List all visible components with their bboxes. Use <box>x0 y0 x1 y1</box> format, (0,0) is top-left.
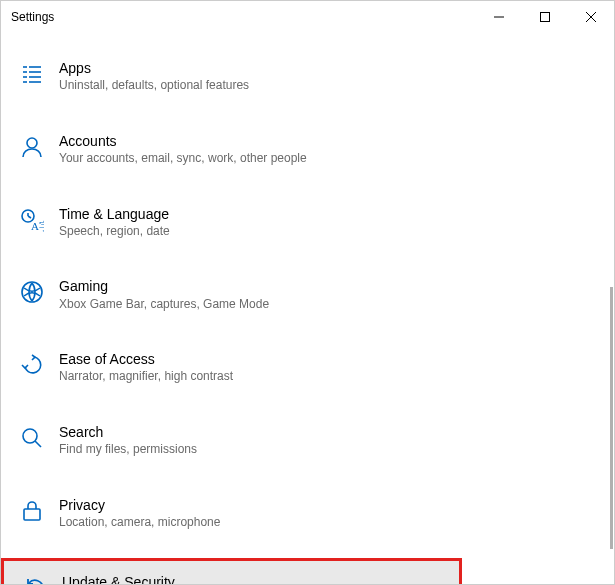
item-title: Search <box>59 423 197 441</box>
svg-line-19 <box>35 441 41 447</box>
svg-point-18 <box>23 429 37 443</box>
item-desc: Narrator, magnifier, high contrast <box>59 369 233 385</box>
item-desc: Location, camera, microphone <box>59 515 220 531</box>
settings-item-update-security[interactable]: Update & Security Windows Update, recove… <box>1 558 462 585</box>
item-title: Accounts <box>59 132 307 150</box>
svg-rect-20 <box>24 509 40 520</box>
settings-item-time-language[interactable]: A字 Time & Language Speech, region, date <box>1 195 614 250</box>
settings-item-ease-of-access[interactable]: Ease of Access Narrator, magnifier, high… <box>1 340 614 395</box>
settings-item-gaming[interactable]: Gaming Xbox Game Bar, captures, Game Mod… <box>1 267 614 322</box>
item-desc: Find my files, permissions <box>59 442 197 458</box>
item-title: Privacy <box>59 496 220 514</box>
settings-item-search[interactable]: Search Find my files, permissions <box>1 413 614 468</box>
svg-text:A字: A字 <box>31 220 44 232</box>
item-title: Update & Security <box>62 573 250 585</box>
window-title: Settings <box>11 10 476 24</box>
item-title: Time & Language <box>59 205 170 223</box>
accounts-icon <box>19 134 45 160</box>
time-language-icon: A字 <box>19 207 45 233</box>
svg-rect-1 <box>541 13 550 22</box>
item-title: Gaming <box>59 277 269 295</box>
close-button[interactable] <box>568 1 614 33</box>
settings-list: Apps Uninstall, defaults, optional featu… <box>1 33 614 585</box>
settings-item-accounts[interactable]: Accounts Your accounts, email, sync, wor… <box>1 122 614 177</box>
titlebar: Settings <box>1 1 614 33</box>
settings-item-privacy[interactable]: Privacy Location, camera, microphone <box>1 486 614 541</box>
privacy-icon <box>19 498 45 524</box>
gaming-icon <box>19 279 45 305</box>
ease-of-access-icon <box>19 352 45 378</box>
item-desc: Xbox Game Bar, captures, Game Mode <box>59 297 269 313</box>
item-title: Apps <box>59 59 249 77</box>
window-controls <box>476 1 614 33</box>
svg-point-12 <box>27 138 37 148</box>
apps-icon <box>19 61 45 87</box>
settings-item-apps[interactable]: Apps Uninstall, defaults, optional featu… <box>1 49 614 104</box>
minimize-button[interactable] <box>476 1 522 33</box>
svg-line-15 <box>28 216 31 218</box>
update-security-icon <box>22 575 48 585</box>
scrollbar[interactable] <box>610 287 613 549</box>
item-desc: Uninstall, defaults, optional features <box>59 78 249 94</box>
search-icon <box>19 425 45 451</box>
maximize-button[interactable] <box>522 1 568 33</box>
item-desc: Speech, region, date <box>59 224 170 240</box>
item-title: Ease of Access <box>59 350 233 368</box>
item-desc: Your accounts, email, sync, work, other … <box>59 151 307 167</box>
